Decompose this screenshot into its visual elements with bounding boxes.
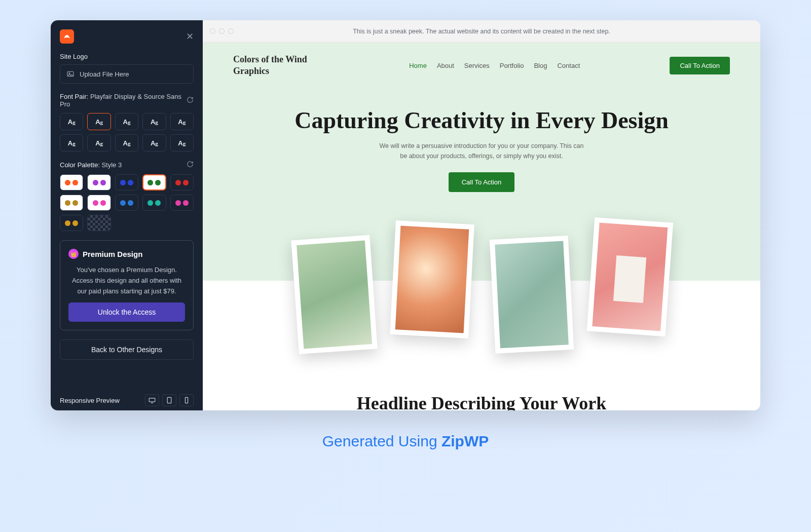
site-title: Colors of the Wind Graphics — [233, 54, 319, 78]
gallery-photo — [587, 217, 673, 336]
svg-rect-2 — [149, 398, 155, 402]
upload-placeholder: Upload File Here — [80, 70, 129, 78]
svg-rect-3 — [167, 397, 171, 403]
svg-point-1 — [69, 73, 70, 74]
color-tile[interactable] — [115, 174, 138, 191]
section-headline: Headline Describing Your Work Process Wi… — [350, 392, 613, 410]
nav-link[interactable]: Blog — [534, 62, 547, 69]
color-tile[interactable] — [60, 215, 83, 231]
svg-rect-4 — [185, 397, 188, 403]
hero-subtext: We will write a persuasive introduction … — [375, 141, 588, 161]
hero-cta-button[interactable]: Call To Action — [449, 172, 515, 192]
gallery-photo — [490, 236, 574, 354]
font-tile[interactable]: Ag — [170, 113, 194, 130]
mobile-icon[interactable] — [179, 394, 194, 406]
color-tile[interactable] — [87, 174, 110, 191]
browser-bar: This is just a sneak peek. The actual we… — [203, 20, 760, 43]
responsive-preview-label: Responsive Preview — [60, 397, 120, 404]
premium-desc: You've chosen a Premium Design. Access t… — [68, 265, 185, 296]
header-cta-button[interactable]: Call To Action — [670, 57, 730, 74]
gallery — [203, 202, 760, 336]
color-tile[interactable] — [115, 195, 138, 211]
color-grid — [60, 174, 194, 231]
color-tile[interactable] — [170, 174, 194, 191]
color-tile[interactable] — [142, 174, 166, 191]
font-tile[interactable]: Ag — [170, 134, 194, 151]
sneak-peek-text: This is just a sneak peek. The actual we… — [203, 28, 760, 35]
font-tile[interactable]: Ag — [60, 113, 83, 130]
nav-link[interactable]: About — [437, 62, 454, 69]
generated-caption: Generated Using ZipWP — [322, 433, 489, 450]
refresh-font-icon[interactable] — [187, 96, 194, 105]
color-tile[interactable] — [142, 195, 166, 211]
color-palette-value: Style 3 — [101, 161, 122, 169]
premium-title: Premium Design — [83, 250, 142, 258]
gallery-photo — [390, 220, 474, 338]
color-tile[interactable] — [87, 195, 110, 211]
color-tile[interactable] — [60, 174, 83, 191]
app-logo-icon — [60, 29, 74, 44]
nav-link[interactable]: Home — [409, 62, 427, 69]
font-tile[interactable]: Ag — [60, 134, 83, 151]
font-pair-label: Font Pair: — [60, 93, 88, 100]
preview-pane: This is just a sneak peek. The actual we… — [203, 20, 760, 410]
site-logo-label: Site Logo — [60, 53, 194, 60]
unlock-access-button[interactable]: Unlock the Access — [68, 302, 185, 322]
refresh-color-icon[interactable] — [187, 161, 194, 169]
close-icon[interactable]: ✕ — [186, 31, 194, 42]
desktop-icon[interactable] — [145, 394, 159, 406]
font-tile[interactable]: Ag — [142, 134, 166, 151]
font-tile[interactable]: Ag — [87, 134, 110, 151]
nav-link[interactable]: Services — [464, 62, 490, 69]
nav-link[interactable]: Portfolio — [500, 62, 524, 69]
premium-card: 👑 Premium Design You've chosen a Premium… — [60, 240, 194, 330]
color-palette-label: Color Palette: — [60, 161, 100, 169]
font-grid: AgAgAgAgAgAgAgAgAgAg — [60, 113, 194, 151]
tablet-icon[interactable] — [162, 394, 176, 406]
hero-headline: Capturing Creativity in Every Design — [279, 107, 684, 134]
color-tile[interactable] — [60, 195, 83, 211]
website-preview: Colors of the Wind Graphics HomeAboutSer… — [203, 43, 760, 410]
color-tile[interactable] — [87, 215, 110, 231]
upload-file-button[interactable]: Upload File Here — [60, 64, 194, 84]
font-tile[interactable]: Ag — [87, 113, 110, 130]
font-tile[interactable]: Ag — [115, 134, 138, 151]
nav-link[interactable]: Contact — [557, 62, 580, 69]
color-tile[interactable] — [170, 195, 194, 211]
site-nav: HomeAboutServicesPortfolioBlogContact — [409, 62, 580, 69]
back-to-designs-button[interactable]: Back to Other Designs — [60, 339, 194, 360]
design-sidebar: ✕ Site Logo Upload File Here Font Pair: … — [51, 20, 203, 410]
crown-icon: 👑 — [68, 249, 79, 259]
app-window: ✕ Site Logo Upload File Here Font Pair: … — [51, 20, 760, 410]
gallery-photo — [291, 235, 377, 354]
font-tile[interactable]: Ag — [115, 113, 138, 130]
font-tile[interactable]: Ag — [142, 113, 166, 130]
